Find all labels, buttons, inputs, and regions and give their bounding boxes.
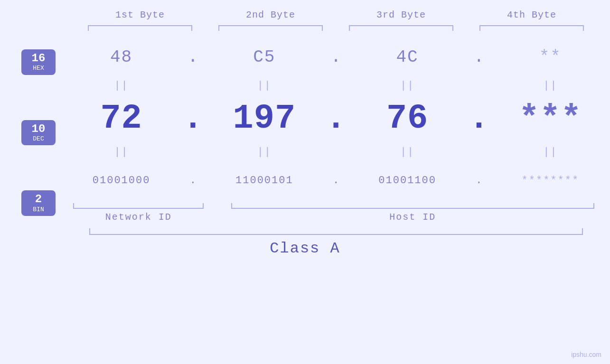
bracket-3 bbox=[349, 25, 453, 31]
bin-dot-3: . bbox=[467, 175, 491, 187]
bin-cell-1: 01001000 bbox=[62, 175, 181, 187]
dec-badge: 10 DEC bbox=[21, 120, 56, 146]
eq-cell-1-2: || bbox=[205, 80, 324, 92]
byte-header-4: 4th Byte bbox=[467, 9, 597, 20]
byte-header-2: 2nd Byte bbox=[206, 9, 336, 20]
eq-cell-2-3: || bbox=[348, 146, 467, 158]
dec-badge-number: 10 bbox=[21, 123, 56, 135]
bin-badge-label: BIN bbox=[21, 206, 56, 214]
bin-val-3: 01001100 bbox=[378, 175, 436, 187]
dec-cell-3: 76 bbox=[348, 99, 467, 138]
dec-dot-3: . bbox=[467, 99, 491, 138]
bin-badge-number: 2 bbox=[21, 193, 56, 205]
host-id-bracket bbox=[231, 203, 594, 209]
dec-dot-2: . bbox=[324, 99, 348, 138]
dec-cell-2: 197 bbox=[205, 99, 324, 138]
bin-val-2: 11000101 bbox=[235, 175, 293, 187]
hex-cell-2: C5 bbox=[205, 47, 324, 67]
bracket-col-2 bbox=[206, 25, 336, 31]
bin-dot-2: . bbox=[324, 175, 348, 187]
dec-val-4: *** bbox=[519, 99, 582, 138]
bin-badge: 2 BIN bbox=[21, 190, 56, 216]
class-label: Class A bbox=[270, 240, 340, 257]
bracket-col-3 bbox=[336, 25, 467, 31]
hex-badge-number: 16 bbox=[21, 52, 56, 65]
hex-val-1: 48 bbox=[110, 47, 132, 67]
bin-row: 01001000 . 11000101 . 01001100 . bbox=[62, 161, 610, 199]
bin-dot-1: . bbox=[181, 175, 205, 187]
rows-right: 48 . C5 . 4C . ** bbox=[62, 38, 610, 223]
dec-val-2: 197 bbox=[233, 99, 296, 138]
network-id-bracket bbox=[73, 203, 204, 209]
eq-cell-2-1: || bbox=[62, 146, 181, 158]
eq-divider-1: || || || || bbox=[62, 76, 610, 95]
bracket-4 bbox=[479, 25, 584, 31]
bracket-col-1 bbox=[75, 25, 206, 31]
watermark: ipshu.com bbox=[571, 351, 601, 358]
dec-row: 72 . 197 . 76 . *** bbox=[62, 95, 610, 142]
hex-cell-3: 4C bbox=[348, 47, 467, 67]
hex-val-2: C5 bbox=[253, 47, 275, 67]
dec-dot-1: . bbox=[181, 99, 205, 138]
bracket-2 bbox=[218, 25, 323, 31]
hex-cell-4: ** bbox=[491, 47, 610, 67]
eq-cell-1-3: || bbox=[348, 80, 467, 92]
eq-cell-2-2: || bbox=[205, 146, 324, 158]
dec-cell-4: *** bbox=[491, 99, 610, 138]
bracket-col-4 bbox=[467, 25, 597, 31]
hex-badge: 16 HEX bbox=[21, 49, 56, 75]
hex-dot-1: . bbox=[181, 47, 205, 67]
main-container: 1st Byte 2nd Byte 3rd Byte 4th Byte 16 H… bbox=[0, 0, 610, 364]
dec-badge-label: DEC bbox=[21, 135, 56, 143]
hex-val-4: ** bbox=[539, 47, 562, 67]
eq-cell-2-4: || bbox=[491, 146, 610, 158]
byte-headers: 1st Byte 2nd Byte 3rd Byte 4th Byte bbox=[75, 9, 597, 20]
dec-val-1: 72 bbox=[100, 99, 142, 138]
host-id-label: Host ID bbox=[215, 212, 610, 223]
hex-dot-2: . bbox=[324, 47, 348, 67]
host-id-bracket-wrap bbox=[215, 203, 610, 209]
byte-header-3: 3rd Byte bbox=[336, 9, 467, 20]
hex-row: 48 . C5 . 4C . ** bbox=[62, 38, 610, 76]
byte-header-1: 1st Byte bbox=[75, 9, 206, 20]
top-brackets bbox=[75, 25, 597, 31]
eq-divider-2: || || || || bbox=[62, 142, 610, 161]
network-id-bracket-wrap bbox=[62, 203, 215, 209]
hex-dot-3: . bbox=[467, 47, 491, 67]
full-data-section: 16 HEX 10 DEC 2 BIN bbox=[0, 38, 610, 223]
class-label-container: Class A bbox=[0, 240, 610, 257]
badges-column: 16 HEX 10 DEC 2 BIN bbox=[0, 38, 62, 223]
bin-cell-3: 01001100 bbox=[348, 175, 467, 187]
bracket-1 bbox=[88, 25, 192, 31]
bin-val-4: ******** bbox=[522, 175, 580, 187]
eq-cell-1-4: || bbox=[491, 80, 610, 92]
id-labels-row: Network ID Host ID bbox=[62, 212, 610, 223]
network-id-label: Network ID bbox=[62, 212, 215, 223]
dec-cell-1: 72 bbox=[62, 99, 181, 138]
hex-val-3: 4C bbox=[396, 47, 419, 67]
bin-badge-wrapper: 2 BIN bbox=[21, 190, 56, 216]
hex-badge-label: HEX bbox=[21, 65, 56, 72]
dec-badge-wrapper: 10 DEC bbox=[21, 120, 56, 146]
hex-cell-1: 48 bbox=[62, 47, 181, 67]
bin-val-1: 01001000 bbox=[93, 175, 150, 187]
hex-badge-wrapper: 16 HEX bbox=[21, 49, 56, 75]
big-bottom-bracket bbox=[89, 228, 583, 235]
eq-cell-1-1: || bbox=[62, 80, 181, 92]
dec-val-3: 76 bbox=[386, 99, 428, 138]
bottom-sub-brackets bbox=[62, 203, 610, 209]
bin-cell-2: 11000101 bbox=[205, 175, 324, 187]
bin-cell-4: ******** bbox=[491, 175, 610, 187]
